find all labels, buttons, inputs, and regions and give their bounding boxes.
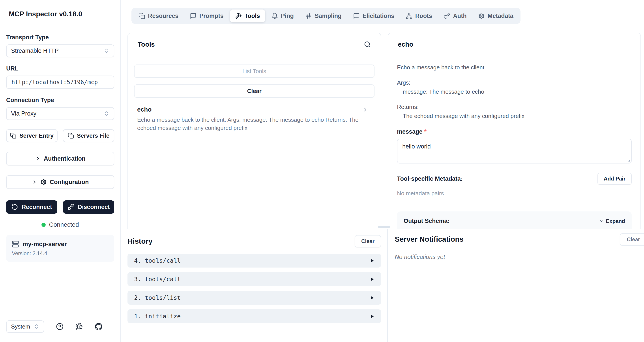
transport-type-label: Transport Type — [6, 34, 114, 41]
connection-type-select[interactable]: Via Proxy — [6, 107, 114, 120]
server-version: Version: 2.14.4 — [12, 250, 108, 256]
split-drag-handle[interactable] — [378, 226, 390, 228]
connected-dot-icon — [42, 223, 46, 227]
server-entry-label: Server Entry — [20, 132, 54, 139]
disconnect-button[interactable]: Disconnect — [63, 200, 114, 214]
play-icon — [370, 277, 374, 282]
clear-notifications-button[interactable]: Clear — [620, 233, 644, 246]
configuration-toggle[interactable]: Configuration — [6, 175, 114, 189]
add-pair-button[interactable]: Add Pair — [598, 173, 632, 185]
history-list: 4. tools/call3. tools/call2. tools/list1… — [128, 254, 381, 323]
configuration-label: Configuration — [50, 179, 89, 186]
tool-detail-description: Echo a message back to the client. — [397, 64, 632, 71]
network-icon — [406, 13, 412, 19]
content-top: Tools List Tools Clear echo Echo a messa… — [128, 33, 644, 229]
chevron-right-icon — [35, 156, 41, 161]
authentication-toggle[interactable]: Authentication — [6, 152, 114, 165]
tab-bar: ResourcesPromptsToolsPingSamplingElicita… — [132, 8, 520, 24]
history-item[interactable]: 2. tools/list — [128, 291, 381, 305]
tab-prompts[interactable]: Prompts — [185, 10, 229, 22]
authentication-label: Authentication — [44, 155, 86, 162]
args-label: Args: — [397, 79, 632, 86]
list-tools-button[interactable]: List Tools — [134, 65, 374, 78]
github-icon[interactable] — [95, 323, 102, 330]
sidebar: MCP Inspector v0.18.0 Transport Type Str… — [0, 0, 121, 342]
url-label: URL — [6, 65, 114, 72]
bug-icon[interactable] — [76, 323, 83, 330]
server-icon — [12, 241, 19, 248]
tab-label: Sampling — [315, 13, 342, 20]
connection-status: Connected — [6, 221, 114, 228]
message-field-label: message* — [397, 128, 632, 135]
theme-select-value: System — [11, 323, 30, 330]
tab-auth[interactable]: Auth — [438, 10, 472, 22]
tab-label: Prompts — [200, 13, 224, 20]
tab-label: Roots — [415, 13, 432, 20]
unplug-icon — [68, 204, 74, 210]
tool-metadata-label: Tool-specific Metadata: — [397, 176, 463, 182]
disconnect-label: Disconnect — [78, 204, 110, 211]
connection-status-label: Connected — [49, 221, 79, 228]
tab-ping[interactable]: Ping — [266, 10, 299, 22]
expand-schema-toggle[interactable]: Expand — [599, 218, 625, 224]
tab-metadata[interactable]: Metadata — [473, 10, 518, 22]
gear-icon — [40, 179, 47, 185]
tool-detail-panel: echo Echo a message back to the client. … — [388, 33, 641, 229]
output-schema-section: Output Schema: Expand { type: "object" — [397, 211, 632, 229]
chevron-right-icon — [32, 179, 38, 185]
rotate-ccw-icon — [12, 204, 18, 210]
server-notifications-panel: Server Notifications Clear No notificati… — [387, 229, 644, 342]
message-square-icon — [190, 13, 196, 19]
hammer-icon — [235, 13, 242, 19]
tab-roots[interactable]: Roots — [401, 10, 437, 22]
tab-resources[interactable]: Resources — [134, 10, 184, 22]
message-square-icon — [353, 13, 360, 19]
tab-label: Metadata — [488, 13, 514, 20]
tool-detail-title: echo — [398, 41, 413, 48]
history-item[interactable]: 3. tools/call — [128, 272, 381, 286]
chevrons-up-down-icon — [34, 324, 39, 329]
history-item[interactable]: 1. initialize — [128, 309, 381, 323]
no-metadata-text: No metadata pairs. — [397, 190, 632, 197]
history-item-label: 1. initialize — [134, 313, 181, 320]
tool-name: echo — [137, 106, 372, 113]
history-item-label: 4. tools/call — [134, 257, 181, 264]
connection-type-label: Connection Type — [6, 97, 114, 104]
history-item[interactable]: 4. tools/call — [128, 254, 381, 268]
play-icon — [370, 258, 374, 263]
chevrons-up-down-icon — [104, 48, 110, 54]
reconnect-button[interactable]: Reconnect — [6, 200, 57, 214]
tab-label: Resources — [148, 13, 178, 20]
servers-file-label: Servers File — [77, 132, 110, 139]
tool-description: Echo a message back to the client. Args:… — [137, 116, 360, 132]
message-input[interactable]: hello world — [397, 139, 632, 163]
transport-type-select[interactable]: Streamable HTTP — [6, 44, 114, 57]
main-area: ResourcesPromptsToolsPingSamplingElicita… — [121, 0, 644, 342]
expand-label: Expand — [606, 218, 625, 224]
chevron-down-icon — [599, 219, 604, 224]
history-panel: History Clear 4. tools/call3. tools/call… — [121, 229, 387, 342]
args-line: message: The message to echo — [397, 88, 632, 95]
clear-tools-button[interactable]: Clear — [134, 84, 374, 98]
tab-elicitations[interactable]: Elicitations — [348, 10, 400, 22]
tab-sampling[interactable]: Sampling — [300, 10, 347, 22]
chevrons-up-down-icon — [104, 111, 110, 116]
copy-icon — [10, 132, 16, 139]
help-icon[interactable] — [56, 323, 64, 330]
server-entry-button[interactable]: Server Entry — [6, 129, 58, 142]
connection-type-value: Via Proxy — [11, 110, 36, 117]
search-icon[interactable] — [364, 41, 371, 48]
resize-grip-icon[interactable] — [626, 158, 630, 162]
theme-select[interactable]: System — [6, 320, 44, 333]
url-input[interactable] — [6, 76, 114, 89]
app-title: MCP Inspector v0.18.0 — [9, 10, 112, 18]
tab-tools[interactable]: Tools — [230, 10, 265, 22]
clear-history-button[interactable]: Clear — [355, 235, 381, 247]
tool-list-item-echo[interactable]: echo Echo a message back to the client. … — [134, 106, 374, 132]
servers-file-button[interactable]: Servers File — [63, 129, 114, 142]
sidebar-footer: System — [0, 320, 120, 342]
hash-icon — [305, 13, 312, 19]
play-icon — [370, 295, 374, 300]
no-notifications-text: No notifications yet — [395, 254, 644, 260]
returns-label: Returns: — [397, 104, 632, 110]
